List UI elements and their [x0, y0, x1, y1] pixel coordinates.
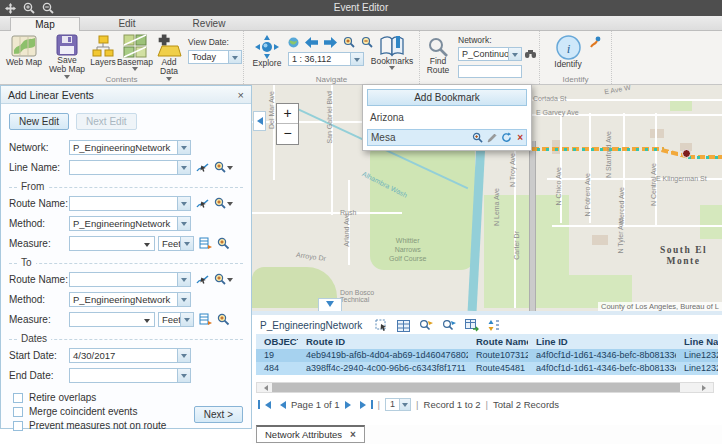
from-measure-picker-icon[interactable]: [199, 237, 212, 250]
from-measure-input[interactable]: [69, 236, 155, 251]
collapse-table-button[interactable]: [318, 298, 342, 311]
binoculars-icon[interactable]: [525, 49, 536, 59]
new-edit-button[interactable]: New Edit: [9, 113, 69, 130]
last-page-button[interactable]: [360, 400, 373, 409]
start-date-select[interactable]: 4/30/2017: [69, 348, 191, 363]
from-unit-select[interactable]: Feet: [158, 236, 194, 251]
map-zoom-out-button[interactable]: −: [277, 124, 298, 144]
page-select[interactable]: 1: [385, 398, 411, 411]
view-date-select[interactable]: Today: [188, 50, 242, 64]
bookmarks-button[interactable]: Bookmarks: [368, 35, 416, 73]
select-line-on-map-icon[interactable]: [196, 161, 209, 174]
from-zoom-menu-icon[interactable]: [214, 197, 234, 210]
from-route-name-caret-icon[interactable]: [177, 197, 190, 210]
view-date-caret-icon[interactable]: [228, 51, 241, 63]
zoom-in-tool-icon[interactable]: [343, 36, 355, 48]
network-caret-icon[interactable]: [508, 48, 521, 60]
to-measure-zoom-icon[interactable]: [217, 313, 230, 326]
switch-selection-icon[interactable]: [465, 319, 479, 332]
back-arrow-icon[interactable]: [305, 37, 318, 48]
map-street: [252, 212, 402, 214]
to-route-name-caret-icon[interactable]: [177, 273, 190, 286]
column-header-route-id[interactable]: Route ID: [298, 334, 468, 349]
table-horizontal-scrollbar[interactable]: [256, 382, 714, 393]
scroll-left-arrow-icon[interactable]: [261, 385, 268, 391]
from-measure-zoom-icon[interactable]: [217, 237, 230, 250]
to-measure-picker-icon[interactable]: [199, 313, 212, 326]
to-route-name-select[interactable]: [69, 272, 191, 287]
line-zoom-menu-icon[interactable]: [214, 161, 234, 174]
web-map-button[interactable]: Web Map: [4, 34, 44, 67]
from-unit-caret-icon[interactable]: [180, 237, 193, 250]
globe-icon[interactable]: [288, 37, 299, 48]
end-date-caret-icon[interactable]: [177, 369, 190, 382]
panel-network-select[interactable]: P_EngineeringNetwork: [69, 140, 191, 155]
tab-review[interactable]: Review: [174, 17, 244, 31]
retire-overlaps-checkbox[interactable]: [13, 393, 23, 403]
table-row[interactable]: 484 a398ff4c-2940-4c00-96b6-c6343f8f1711…: [256, 362, 718, 375]
basemap-button[interactable]: Basemap: [118, 34, 152, 74]
column-header-route-name[interactable]: Route Name: [468, 334, 528, 349]
zoom-to-selected-icon[interactable]: [419, 319, 433, 332]
next-button[interactable]: Next >: [194, 406, 243, 423]
collapse-panel-button[interactable]: [253, 111, 266, 131]
add-data-icon: [156, 34, 182, 58]
bookmark-delete-icon[interactable]: ×: [517, 132, 523, 143]
end-date-select[interactable]: [69, 368, 191, 383]
line-name-caret-icon[interactable]: [177, 161, 190, 174]
prevent-measures-checkbox[interactable]: [13, 421, 23, 431]
to-select-route-on-map-icon[interactable]: [196, 273, 209, 286]
panel-network-caret-icon[interactable]: [177, 141, 190, 154]
explore-button[interactable]: Explore: [250, 35, 284, 68]
to-unit-select[interactable]: Feet: [158, 312, 194, 327]
from-route-name-select[interactable]: [69, 196, 191, 211]
select-records-icon[interactable]: [375, 319, 388, 332]
identify-button[interactable]: i Identify: [550, 35, 586, 69]
next-edit-button[interactable]: Next Edit: [76, 113, 137, 130]
pan-to-selected-icon[interactable]: [442, 319, 456, 332]
to-method-caret-icon[interactable]: [177, 293, 190, 306]
merge-coincident-checkbox[interactable]: [13, 407, 23, 417]
start-date-caret-icon[interactable]: [177, 349, 190, 362]
scrollbar-thumb[interactable]: [272, 383, 680, 392]
panel-close-icon[interactable]: ×: [238, 89, 244, 101]
from-method-caret-icon[interactable]: [177, 217, 190, 230]
network-select[interactable]: P_ContinuousNetwork: [458, 47, 522, 61]
tab-map[interactable]: Map: [10, 17, 80, 31]
layers-button[interactable]: Layers: [88, 34, 118, 67]
tab-network-attributes[interactable]: Network Attributes ×: [256, 425, 365, 443]
to-zoom-menu-icon[interactable]: [214, 273, 234, 286]
column-header-line-id[interactable]: Line ID: [528, 334, 676, 349]
scale-select[interactable]: 1 : 36,112: [288, 52, 364, 66]
table-icon[interactable]: [397, 320, 410, 332]
bookmark-refresh-icon[interactable]: [501, 132, 512, 143]
to-measure-input[interactable]: [69, 312, 155, 327]
previous-page-button[interactable]: [276, 401, 286, 409]
first-page-button[interactable]: [258, 400, 271, 409]
find-route-input[interactable]: [458, 65, 522, 78]
add-bookmark-button[interactable]: Add Bookmark: [367, 89, 527, 106]
to-method-select[interactable]: P_EngineeringNetwork: [69, 292, 191, 307]
table-row[interactable]: 19 4eb9419b-af6b-4d04-ab69-1d460476802b …: [256, 349, 718, 362]
scale-caret-icon[interactable]: [350, 53, 363, 65]
next-page-button[interactable]: [345, 401, 355, 409]
line-name-select[interactable]: [69, 160, 191, 175]
from-select-route-on-map-icon[interactable]: [196, 197, 209, 210]
find-route-button[interactable]: Find Route: [422, 37, 454, 76]
column-header-objectid[interactable]: OBJECTID: [256, 334, 298, 349]
from-method-select[interactable]: P_EngineeringNetwork: [69, 216, 191, 231]
to-unit-caret-icon[interactable]: [180, 313, 193, 326]
sort-icon[interactable]: [488, 319, 500, 332]
column-header-line-name[interactable]: Line Name: [676, 334, 718, 349]
bookmark-item-mesa[interactable]: Mesa ×: [367, 129, 527, 146]
forward-arrow-icon[interactable]: [324, 37, 337, 48]
scroll-right-arrow-icon[interactable]: [702, 385, 709, 391]
tab-close-icon[interactable]: ×: [350, 429, 356, 440]
bookmark-item-arizona[interactable]: Arizona: [367, 109, 527, 126]
bookmark-edit-icon[interactable]: [487, 133, 497, 143]
identify-route-icon[interactable]: [590, 36, 602, 48]
page-select-caret-icon[interactable]: [399, 399, 410, 410]
bookmark-zoom-icon[interactable]: [472, 132, 483, 143]
tab-edit[interactable]: Edit: [92, 17, 162, 31]
map-zoom-in-button[interactable]: +: [277, 104, 298, 124]
